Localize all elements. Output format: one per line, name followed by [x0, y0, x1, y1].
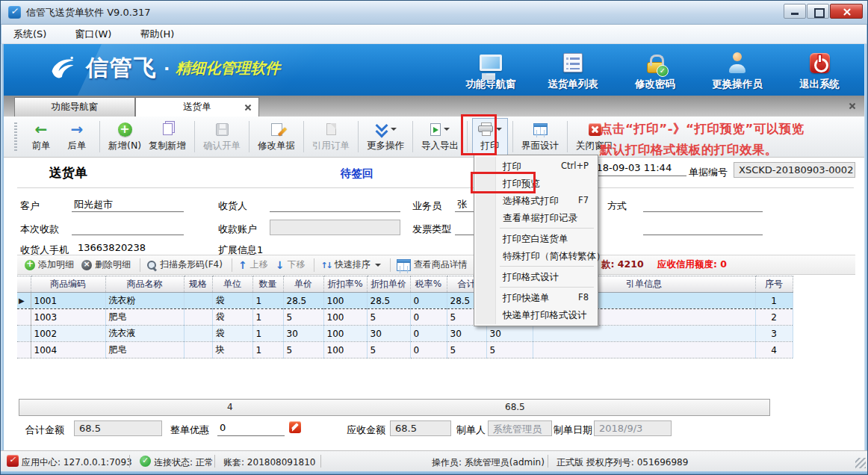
- grid-cell[interactable]: 1: [252, 309, 283, 326]
- resize-grip[interactable]: [855, 458, 866, 468]
- grid-cell[interactable]: 100: [323, 326, 367, 342]
- grid-row[interactable]: ▶ 1001 洗衣粉 袋 1 28.5 100 28.5 0 28.5 28.5…: [17, 293, 793, 309]
- grid-cell[interactable]: 袋: [212, 293, 252, 309]
- maximize-button[interactable]: [807, 4, 829, 19]
- delete-detail-button[interactable]: 删除明细: [81, 258, 131, 271]
- grid-cell[interactable]: 袋: [212, 326, 252, 342]
- grid-row[interactable]: 1004 肥皂 块 1 5 100 5 0 5 5 4: [17, 342, 793, 358]
- close-button[interactable]: [830, 4, 863, 19]
- grid-cell[interactable]: 1003: [31, 309, 105, 326]
- grid-cell[interactable]: 28.5: [283, 293, 323, 309]
- method-field[interactable]: [643, 196, 763, 212]
- move-down-button[interactable]: 下移: [276, 258, 306, 271]
- menu-system[interactable]: 系统(S): [9, 26, 51, 43]
- discount-field[interactable]: 0: [217, 420, 285, 436]
- grid-cell[interactable]: 30: [283, 326, 323, 342]
- grid-cell[interactable]: [184, 326, 212, 342]
- grid-cell[interactable]: 5: [447, 342, 486, 358]
- grid-cell[interactable]: 30: [486, 326, 533, 342]
- grid-cell[interactable]: 1: [252, 293, 283, 309]
- banner-button-change-password[interactable]: 修改密码: [624, 50, 686, 91]
- grid-cell[interactable]: 洗衣粉: [105, 293, 184, 309]
- grid-cell[interactable]: 0: [410, 342, 447, 358]
- menu-item-print-format-design[interactable]: 打印格式设计: [476, 268, 596, 285]
- banner-button-nav-window[interactable]: 功能导航窗: [459, 50, 522, 91]
- grid-cell[interactable]: 0: [410, 309, 447, 326]
- toolbar-button-import-export[interactable]: 导入导出: [418, 118, 462, 155]
- tab-close-icon[interactable]: [244, 103, 252, 112]
- grid-cell[interactable]: 100: [323, 342, 367, 358]
- grid-cell[interactable]: 1: [252, 326, 283, 342]
- banner-button-delivery-list[interactable]: 送货单列表: [542, 50, 604, 91]
- grid-cell[interactable]: 5: [486, 342, 533, 358]
- grid-cell[interactable]: 1: [252, 342, 283, 358]
- toolbar-button-more[interactable]: 更多操作: [363, 118, 408, 155]
- payment-field[interactable]: [72, 220, 184, 235]
- grid-row[interactable]: 1003 肥皂 袋 1 5 100 5 0 5 5 2: [17, 309, 793, 326]
- grid-cell[interactable]: 洗衣液: [105, 326, 184, 342]
- toolbar-button-edit[interactable]: 修改单据: [254, 118, 299, 155]
- toolbar-button-next[interactable]: 后单: [59, 118, 95, 155]
- toolbar-button-print[interactable]: 打印: [472, 118, 508, 155]
- menu-item-express-format-design[interactable]: 快递单打印格式设计: [476, 306, 596, 323]
- ext1-field[interactable]: [270, 240, 400, 256]
- phone-field[interactable]: 13663820238: [75, 240, 184, 256]
- grid-cell[interactable]: 100: [323, 309, 367, 326]
- customer-field[interactable]: 阳光超市: [72, 196, 184, 212]
- menu-item-print-history[interactable]: 查看单据打印记录: [476, 209, 596, 226]
- grid-row[interactable]: 1002 洗衣液 袋 1 30 100 30 0 30 30 3: [17, 326, 793, 342]
- grid-cell[interactable]: 30: [367, 326, 410, 342]
- grid-cell[interactable]: 30: [447, 326, 486, 342]
- menu-item-print-preview[interactable]: 打印预览: [476, 175, 596, 192]
- receiver-field[interactable]: [270, 196, 400, 212]
- grid-cell[interactable]: 100: [323, 293, 367, 309]
- grid-cell[interactable]: 5: [283, 342, 323, 358]
- move-up-button[interactable]: 上移: [238, 258, 268, 271]
- menu-item-print-blank[interactable]: 打印空白送货单: [476, 230, 596, 247]
- grid-cell[interactable]: [184, 309, 212, 326]
- tab-delivery-note[interactable]: 送货单: [135, 97, 259, 117]
- grid-cell[interactable]: 肥皂: [105, 342, 184, 358]
- grid-cell[interactable]: 0: [410, 326, 447, 342]
- banner-button-exit[interactable]: 退出系统: [788, 50, 851, 91]
- menu-window[interactable]: 窗口(W): [70, 26, 116, 43]
- grid-cell[interactable]: 块: [212, 342, 252, 358]
- grid-cell[interactable]: 5: [283, 309, 323, 326]
- method2-field[interactable]: [643, 220, 763, 235]
- toolbar-button-confirm[interactable]: 确认开单: [199, 118, 244, 155]
- grid-cell[interactable]: 1001: [31, 293, 105, 309]
- grid-cell[interactable]: 1004: [31, 342, 105, 358]
- scan-barcode-button[interactable]: 扫描条形码(F4): [146, 258, 223, 271]
- menu-item-print-express[interactable]: 打印快递单F8: [476, 289, 596, 306]
- grid-cell[interactable]: [184, 293, 212, 309]
- grid-cell[interactable]: 28.5: [367, 293, 410, 309]
- quick-sort-button[interactable]: 快速排序: [320, 258, 380, 271]
- toolbar-button-new[interactable]: 新增(N): [105, 118, 145, 155]
- toolbar-button-ref-order[interactable]: 引用订单: [309, 118, 353, 155]
- brand-banner: 信管飞 · 精细化管理软件 功能导航窗 送货单列表 修改密码 更换操作员: [4, 44, 864, 96]
- add-detail-button[interactable]: 添加明细: [25, 258, 74, 271]
- menu-item-select-format-print[interactable]: 选择格式打印F7: [476, 192, 596, 209]
- grid-cell[interactable]: 肥皂: [105, 309, 184, 326]
- view-product-detail-button[interactable]: 查看商品详情: [397, 258, 468, 271]
- grid-cell[interactable]: [184, 342, 212, 358]
- grid-cell[interactable]: [533, 342, 755, 358]
- grid-cell[interactable]: 5: [367, 342, 410, 358]
- minimize-button[interactable]: [784, 4, 806, 19]
- grid-cell[interactable]: 袋: [212, 309, 252, 326]
- grid-cell[interactable]: 5: [367, 309, 410, 326]
- menu-help[interactable]: 帮助(H): [135, 26, 179, 43]
- menu-item-print[interactable]: 打印Ctrl+P: [476, 158, 596, 175]
- tab-nav-window[interactable]: 功能导航窗: [14, 97, 135, 117]
- toolbar-button-ui-design[interactable]: 界面设计: [518, 118, 562, 155]
- menu-item-special-print[interactable]: 特殊打印（简体转繁体）: [476, 247, 596, 264]
- toolbar-button-copy-new[interactable]: 复制新增: [145, 118, 190, 155]
- banner-button-switch-operator[interactable]: 更换操作员: [706, 50, 769, 91]
- grid-cell[interactable]: 0: [410, 293, 447, 309]
- discount-edit-icon[interactable]: [289, 421, 301, 433]
- tabstrip-close-icon[interactable]: [848, 102, 857, 111]
- toolbar-button-prev[interactable]: 前单: [23, 118, 59, 155]
- arrow-right-icon: [71, 122, 84, 137]
- grid-cell[interactable]: [533, 326, 755, 342]
- grid-cell[interactable]: 1002: [31, 326, 105, 342]
